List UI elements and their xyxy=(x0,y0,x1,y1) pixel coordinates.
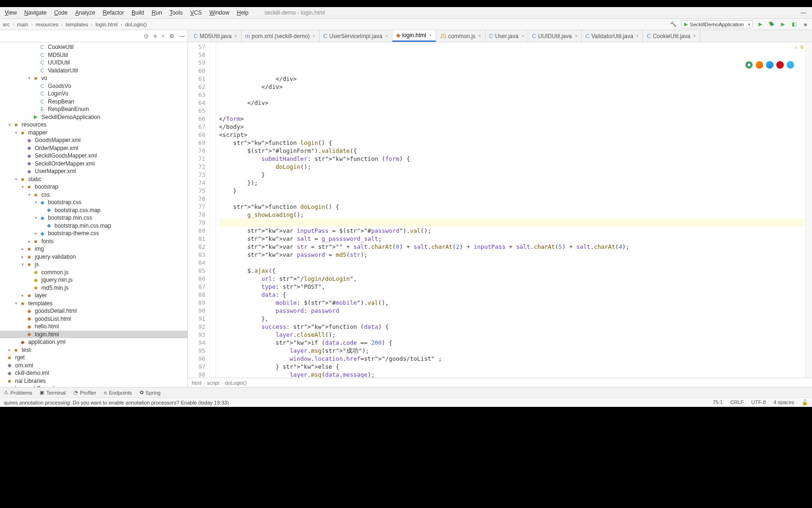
tree-item[interactable]: CGoodsVo xyxy=(0,82,187,90)
tree-item[interactable]: ERespBeanEnum xyxy=(0,105,187,113)
close-icon[interactable]: × xyxy=(312,33,315,39)
status-widget[interactable]: CRLF xyxy=(730,399,744,405)
tree-item[interactable]: ▸■img xyxy=(0,245,187,253)
tree-item[interactable]: ◆SeckillGoodsMapper.xml xyxy=(0,152,187,160)
code[interactable]: ⚠ 6 </div> </div> </div> </form></body><… xyxy=(216,42,805,378)
tab-uuidutil-java[interactable]: CUUIDUtil.java× xyxy=(528,30,582,42)
opera-icon[interactable] xyxy=(776,61,784,69)
tree-item[interactable]: ◆SeckillOrderMapper.xml xyxy=(0,160,187,168)
close-icon[interactable]: × xyxy=(575,33,578,39)
breadcrumb[interactable]: templates xyxy=(66,22,88,27)
menu-code[interactable]: Code xyxy=(51,8,70,17)
tree-item[interactable]: ■rget xyxy=(0,354,187,362)
collapse-all-icon[interactable]: ÷ xyxy=(161,33,164,40)
tree-item[interactable]: ▾◆bootstrap.min.css xyxy=(0,214,187,222)
menu-navigate[interactable]: Navigate xyxy=(22,8,49,17)
status-widget[interactable]: 4 spaces xyxy=(773,399,794,405)
close-icon[interactable]: × xyxy=(478,33,481,39)
breadcrumb[interactable]: login.html xyxy=(95,22,117,27)
tree-item[interactable]: ▸◆bootstrap-theme.css xyxy=(0,230,187,238)
ie-icon[interactable] xyxy=(787,61,794,69)
menu-build[interactable]: Build xyxy=(129,8,147,17)
edge-icon[interactable] xyxy=(766,61,773,69)
lock-icon[interactable]: 🔓 xyxy=(802,399,808,405)
project-tree[interactable]: CCookieUtilCMD5UtilCUUIDUtilCValidatorUt… xyxy=(0,42,187,387)
breadcrumb[interactable]: main xyxy=(17,22,28,27)
tree-item[interactable]: ▾■vo xyxy=(0,74,187,82)
tree-item[interactable]: ■nal Libraries xyxy=(0,377,187,385)
status-widget[interactable]: UTF-8 xyxy=(751,399,766,405)
tree-item[interactable]: ◆UserMapper.xml xyxy=(0,167,187,175)
tab-validatorutil-java[interactable]: CValidatorUtil.java× xyxy=(582,30,643,42)
tab-md5util-java[interactable]: CMD5Util.java× xyxy=(190,30,242,42)
tab-pom-xml-seckill-demo-[interactable]: mpom.xml (seckill-demo)× xyxy=(242,30,320,42)
tool-window-terminal[interactable]: ▣Terminal xyxy=(39,389,66,396)
menu-help[interactable]: Help xyxy=(234,8,251,17)
tree-item[interactable]: ▾■static xyxy=(0,175,187,183)
tree-item[interactable]: ◆goodsList.html xyxy=(0,315,187,323)
code-breadcrumb-item[interactable]: script xyxy=(207,380,219,386)
tree-item[interactable]: ◆ckill-demo.iml xyxy=(0,369,187,377)
run-config-selector[interactable]: ▶SeckillDemoApplication xyxy=(681,20,753,28)
close-icon[interactable]: × xyxy=(636,33,639,39)
status-widget[interactable]: 75:1 xyxy=(713,399,723,405)
status-message[interactable]: quires annotation processing: Do you wan… xyxy=(4,400,229,405)
close-icon[interactable]: × xyxy=(385,33,388,39)
tree-item[interactable]: ◆OrderMapper.xml xyxy=(0,144,187,152)
minimize-icon[interactable]: — xyxy=(801,9,806,16)
menu-window[interactable]: Window xyxy=(206,8,232,17)
tree-item[interactable]: ◆common.js xyxy=(0,269,187,277)
tree-item[interactable]: ◆goodsDetail.html xyxy=(0,307,187,315)
tree-item[interactable]: CValidatorUtil xyxy=(0,67,187,75)
tab-user-java[interactable]: CUser.java× xyxy=(485,30,529,42)
expand-all-icon[interactable]: ≡ xyxy=(153,33,156,40)
tool-window-endpoints[interactable]: ⎋Endpoints xyxy=(104,390,132,396)
tree-item[interactable]: ▸■fonts xyxy=(0,238,187,246)
close-icon[interactable]: × xyxy=(429,33,432,38)
code-breadcrumb[interactable]: html›script›doLogin() xyxy=(188,378,812,387)
menu-analyze[interactable]: Analyze xyxy=(72,8,98,17)
profile-icon[interactable]: ◧ xyxy=(790,21,798,28)
breadcrumb[interactable]: doLogin() xyxy=(125,22,147,27)
tab-login-html[interactable]: ◆login.html× xyxy=(392,30,436,42)
hide-icon[interactable]: — xyxy=(179,33,185,40)
debug-icon[interactable]: 🪲 xyxy=(768,21,775,28)
menu-tools[interactable]: Tools xyxy=(167,8,186,17)
tree-item[interactable]: ▾■bootstrap xyxy=(0,183,187,191)
tab-userserviceimpl-java[interactable]: CUserServiceImpl.java× xyxy=(320,30,392,42)
tree-item[interactable]: ▾■css xyxy=(0,191,187,199)
stop-icon[interactable]: ■ xyxy=(802,21,809,28)
tree-item[interactable]: CRespBean xyxy=(0,98,187,106)
tree-item[interactable]: ◆GoodsMapper.xml xyxy=(0,136,187,144)
tool-window-spring[interactable]: ✿Spring xyxy=(140,389,161,396)
tree-item[interactable]: CUUIDUtil xyxy=(0,59,187,67)
select-opened-file-icon[interactable]: ⊙ xyxy=(144,33,148,40)
tree-item[interactable]: CMD5Util xyxy=(0,51,187,59)
tab-common-js[interactable]: JScommon.js× xyxy=(436,30,485,42)
tree-item[interactable]: ◆hello.html xyxy=(0,323,187,331)
code-breadcrumb-item[interactable]: html xyxy=(192,380,202,386)
tree-item[interactable]: ▾◆bootstrap.css xyxy=(0,198,187,206)
tree-item[interactable]: ▾■js xyxy=(0,261,187,269)
tree-item[interactable]: CLoginVo xyxy=(0,90,187,98)
tree-item[interactable]: ◆jquery.min.js xyxy=(0,276,187,284)
settings-icon[interactable]: ⚙ xyxy=(169,33,174,40)
coverage-icon[interactable]: ▶ xyxy=(779,21,787,28)
code-breadcrumb-item[interactable]: doLogin() xyxy=(225,380,246,386)
tree-item[interactable]: ▶SeckillDemoApplication xyxy=(0,113,187,121)
tree-item[interactable]: ▸■jquery-validation xyxy=(0,253,187,261)
build-icon[interactable]: 🔨 xyxy=(670,21,677,28)
chrome-icon[interactable] xyxy=(745,61,753,69)
tree-item[interactable]: ▸■test xyxy=(0,346,187,354)
close-icon[interactable]: × xyxy=(693,33,696,39)
tree-item[interactable]: ◆bootstrap.css.map xyxy=(0,206,187,214)
firefox-icon[interactable] xyxy=(756,61,763,69)
tree-item[interactable]: ◆om.xml xyxy=(0,362,187,370)
tree-item[interactable]: CCookieUtil xyxy=(0,43,187,51)
run-icon[interactable]: ▶ xyxy=(757,21,764,28)
breadcrumb[interactable]: resources xyxy=(36,22,58,27)
tree-item[interactable]: ◆login.html xyxy=(0,331,187,339)
close-icon[interactable]: × xyxy=(234,33,237,39)
tool-window-problems[interactable]: ⚠Problems xyxy=(4,389,32,396)
tree-item[interactable]: ◆application.yml xyxy=(0,338,187,346)
